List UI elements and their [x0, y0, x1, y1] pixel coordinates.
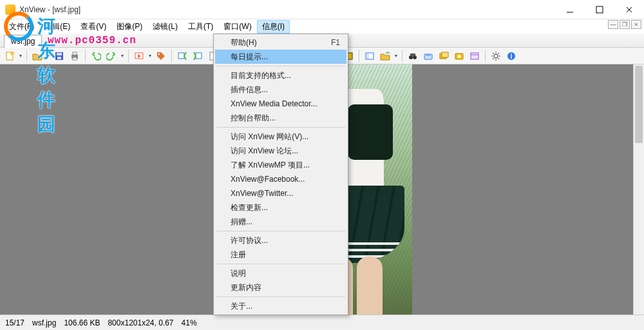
- menu-item-label: XnView@Twitter...: [231, 189, 293, 198]
- svg-point-31: [458, 55, 461, 58]
- window-controls: [555, 0, 644, 19]
- maximize-button[interactable]: [585, 0, 614, 19]
- svg-point-2: [10, 52, 14, 55]
- menu-item-label: 注册: [231, 249, 246, 260]
- separator: [171, 50, 172, 63]
- menu-view[interactable]: 查看(V): [75, 20, 111, 34]
- chevron-down-icon[interactable]: ▾: [393, 53, 399, 59]
- menu-item-donate[interactable]: 捐赠...: [215, 215, 346, 229]
- binoculars-icon[interactable]: [406, 49, 420, 63]
- menu-bar: 文件(F) 编辑(E) 查看(V) 图像(P) 滤镜(L) 工具(T) 窗口(W…: [0, 19, 644, 34]
- menu-item-label: 目前支持的格式...: [231, 70, 291, 81]
- browse-icon[interactable]: [363, 49, 377, 63]
- menu-item-tip-of-day[interactable]: 每日提示...: [215, 50, 346, 64]
- mdi-minimize-icon[interactable]: —: [608, 20, 618, 29]
- close-button[interactable]: [614, 0, 644, 19]
- svg-rect-23: [366, 53, 369, 59]
- svg-rect-27: [424, 54, 432, 59]
- menu-item-about[interactable]: 关于...: [215, 299, 346, 313]
- menu-item-forum[interactable]: 访问 XnView 论坛...: [215, 144, 346, 158]
- menu-item-label: 访问 XnView 网站(V)...: [231, 131, 308, 142]
- redo-icon[interactable]: [104, 49, 118, 63]
- menu-item-website[interactable]: 访问 XnView 网站(V)...: [215, 130, 346, 144]
- svg-rect-11: [178, 53, 184, 59]
- menu-item-check-update[interactable]: 检查更新...: [215, 200, 346, 215]
- tab-active[interactable]: wsf.jpg: [4, 35, 42, 48]
- menu-item-changelog[interactable]: 更新内容: [215, 280, 346, 295]
- chevron-down-icon[interactable]: ▾: [46, 53, 51, 59]
- print-icon[interactable]: [68, 49, 82, 63]
- undo-icon[interactable]: [89, 49, 103, 63]
- menu-separator: [216, 66, 345, 66]
- menu-tools[interactable]: 工具(T): [183, 20, 218, 34]
- info-icon[interactable]: i: [504, 49, 518, 63]
- settings-icon[interactable]: [489, 49, 503, 63]
- separator: [359, 50, 359, 63]
- mdi-controls: — ❐ ×: [608, 20, 641, 29]
- title-bar: XnView - [wsf.jpg]: [0, 0, 644, 19]
- menu-item-label: 控制台帮助...: [231, 113, 276, 124]
- tag-icon[interactable]: [154, 49, 168, 63]
- next-image-icon[interactable]: [191, 49, 205, 63]
- menu-item-label: 检查更新...: [231, 202, 268, 213]
- svg-rect-5: [57, 57, 61, 59]
- open-folder-icon[interactable]: [378, 49, 392, 63]
- status-dimensions: 800x1201x24, 0.67: [108, 318, 173, 327]
- menu-item-label: 访问 XnView 论坛...: [231, 146, 298, 157]
- menu-image[interactable]: 图像(P): [111, 20, 147, 34]
- menu-separator: [216, 264, 345, 264]
- menu-item-label: 许可协议...: [231, 235, 268, 246]
- slideshow-icon[interactable]: [132, 49, 146, 63]
- batch-convert-icon[interactable]: [437, 49, 451, 63]
- menu-item-facebook[interactable]: XnView@Facebook...: [215, 172, 346, 186]
- scanner-icon[interactable]: [421, 49, 435, 63]
- menu-info[interactable]: 信息(I): [257, 20, 290, 34]
- mdi-restore-icon[interactable]: ❐: [620, 20, 630, 29]
- menu-item-license[interactable]: 许可协议...: [215, 233, 346, 248]
- menu-item-media-detector[interactable]: XnView Media Detector...: [215, 97, 346, 111]
- separator: [485, 50, 486, 63]
- tab-label: wsf.jpg: [11, 37, 35, 46]
- svg-rect-29: [442, 52, 448, 57]
- status-index: 15/17: [5, 318, 24, 327]
- menu-separator: [216, 231, 345, 231]
- menu-item-label: 每日提示...: [231, 52, 268, 63]
- new-icon[interactable]: [3, 49, 17, 63]
- minimize-button[interactable]: [555, 0, 585, 19]
- chevron-down-icon[interactable]: ▾: [147, 53, 153, 59]
- prev-image-icon[interactable]: [175, 49, 189, 63]
- capture-icon[interactable]: [452, 49, 466, 63]
- svg-rect-7: [73, 52, 77, 55]
- chevron-down-icon[interactable]: ▾: [18, 53, 23, 59]
- menu-item-register[interactable]: 注册: [215, 248, 346, 262]
- menu-item-help[interactable]: 帮助(H)F1: [215, 35, 346, 50]
- menu-item-formats[interactable]: 目前支持的格式...: [215, 68, 346, 82]
- svg-rect-8: [73, 57, 77, 60]
- webpage-icon[interactable]: [468, 49, 482, 63]
- menu-item-xnviewmp[interactable]: 了解 XnViewMP 项目...: [215, 158, 346, 172]
- mdi-close-icon[interactable]: ×: [631, 20, 641, 29]
- info-menu-dropdown: 帮助(H)F1 每日提示... 目前支持的格式... 插件信息... XnVie…: [213, 34, 348, 315]
- window-title: XnView - [wsf.jpg]: [19, 5, 80, 14]
- menu-item-readme[interactable]: 说明: [215, 266, 346, 280]
- menu-item-label: 了解 XnViewMP 项目...: [231, 160, 310, 171]
- menu-item-twitter[interactable]: XnView@Twitter...: [215, 186, 346, 200]
- menu-filter[interactable]: 滤镜(L): [147, 20, 183, 34]
- menu-item-console-help[interactable]: 控制台帮助...: [215, 111, 346, 125]
- svg-rect-4: [57, 53, 62, 55]
- svg-point-33: [494, 54, 498, 58]
- svg-rect-26: [410, 53, 415, 56]
- separator: [85, 50, 86, 63]
- vertical-scrollbar[interactable]: [633, 64, 644, 315]
- open-icon[interactable]: [30, 49, 44, 63]
- menu-window[interactable]: 窗口(W): [218, 20, 256, 34]
- menu-file[interactable]: 文件(F): [4, 20, 39, 34]
- scroll-thumb[interactable]: [635, 66, 643, 143]
- save-icon[interactable]: [52, 49, 66, 63]
- menu-item-label: 捐赠...: [231, 217, 252, 228]
- menu-edit[interactable]: 编辑(E): [39, 20, 75, 34]
- menu-separator: [216, 127, 345, 128]
- svg-rect-32: [471, 53, 478, 59]
- chevron-down-icon[interactable]: ▾: [120, 53, 125, 59]
- menu-item-plugins[interactable]: 插件信息...: [215, 82, 346, 97]
